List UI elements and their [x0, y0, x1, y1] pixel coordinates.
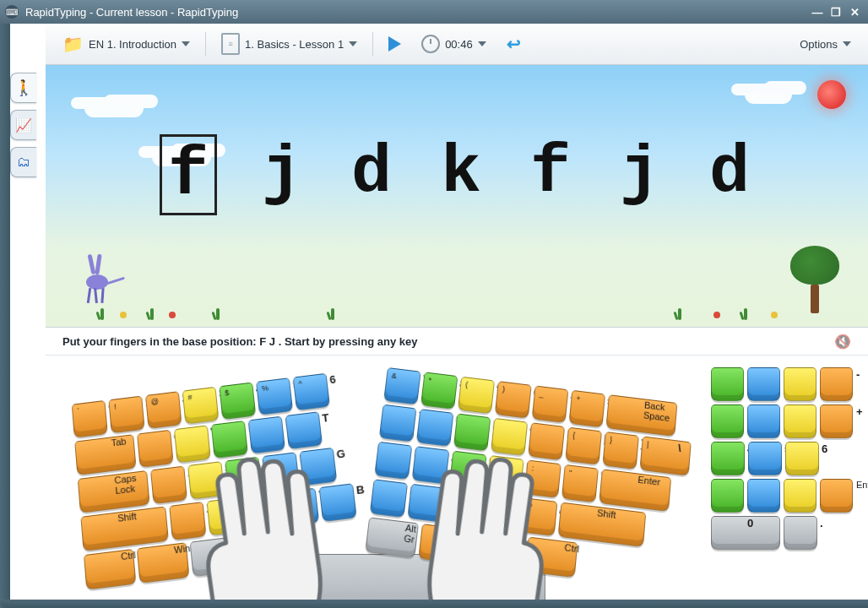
lesson-char: j: [616, 134, 665, 210]
key-n[interactable]: N: [370, 479, 408, 518]
minimize-button[interactable]: —: [809, 6, 826, 19]
options-menu[interactable]: Options: [795, 35, 856, 54]
key-f[interactable]: F: [262, 452, 300, 491]
sidetab-lesson[interactable]: 🚶: [10, 73, 36, 103]
key-r[interactable]: R: [248, 416, 285, 454]
key--7[interactable]: &7: [383, 367, 421, 405]
key-shift[interactable]: Shift: [558, 502, 647, 547]
key-c[interactable]: C: [244, 492, 282, 531]
speaker-off-icon: 🔇: [834, 334, 851, 349]
key-z[interactable]: Z: [169, 502, 206, 540]
key-9[interactable]: 9: [784, 404, 816, 438]
key-num-lock[interactable]: Num Lock: [711, 367, 744, 401]
key-o[interactable]: O: [491, 418, 528, 456]
key--[interactable]: :;: [524, 459, 561, 498]
key--[interactable]: *: [784, 367, 816, 401]
key--[interactable]: ?/: [520, 497, 558, 536]
key--[interactable]: -: [820, 367, 853, 401]
key--0[interactable]: )0: [495, 381, 532, 419]
key-w[interactable]: W: [174, 425, 211, 463]
key-m[interactable]: M: [407, 484, 445, 523]
lesson-label: 1. Basics - Lesson 1: [245, 38, 344, 51]
key-0[interactable]: 0: [711, 516, 780, 550]
key-l[interactable]: L: [486, 455, 524, 494]
key-a[interactable]: A: [150, 466, 187, 505]
key-v[interactable]: V: [281, 488, 319, 527]
sidetab-library[interactable]: 🗂: [10, 147, 36, 177]
key-enter[interactable]: Enter: [599, 469, 671, 512]
key-6[interactable]: 6: [785, 442, 819, 475]
maximize-button[interactable]: ❐: [827, 6, 844, 19]
key-j[interactable]: J: [412, 446, 450, 484]
key-shift[interactable]: Shift: [80, 507, 169, 552]
key-s[interactable]: S: [187, 461, 225, 500]
key-y[interactable]: Y: [379, 404, 417, 442]
key-p[interactable]: P: [528, 422, 565, 460]
person-icon: 🚶: [14, 79, 33, 97]
key--5[interactable]: %5: [256, 377, 293, 415]
key--[interactable]: .: [784, 516, 817, 550]
key--1[interactable]: !1: [108, 396, 144, 434]
key--[interactable]: "': [561, 464, 599, 503]
key--[interactable]: {[: [565, 427, 602, 465]
play-button[interactable]: [383, 33, 406, 55]
key--6[interactable]: ^6: [293, 373, 330, 411]
key-e[interactable]: E: [211, 421, 248, 459]
sound-toggle[interactable]: 🔇: [834, 334, 851, 350]
key--3[interactable]: #3: [182, 387, 220, 425]
key-caps-lock[interactable]: Caps Lock: [78, 470, 150, 513]
key--2[interactable]: @2: [145, 391, 182, 429]
key-g[interactable]: G: [300, 448, 338, 486]
key-win[interactable]: Win: [137, 542, 190, 584]
instruction-text: Put your fingers in the base position: F…: [62, 335, 417, 348]
folder-icon: 📁: [62, 34, 84, 54]
content-area: 📁 EN 1. Introduction ≡ 1. Basics - Lesso…: [10, 24, 868, 600]
caret-down-icon: [478, 41, 486, 46]
key-i[interactable]: I: [453, 413, 491, 451]
key-7[interactable]: 7: [711, 404, 744, 438]
key-ctrl[interactable]: Ctrl: [84, 549, 136, 590]
key-ctrl[interactable]: Ctrl: [525, 536, 578, 578]
key-back-space[interactable]: Back Space: [605, 394, 677, 437]
key-k[interactable]: K: [449, 451, 487, 489]
key--[interactable]: |\: [639, 436, 691, 475]
key--[interactable]: <,: [445, 488, 483, 527]
key-5[interactable]: 5: [748, 442, 782, 475]
lesson-selector[interactable]: ≡ 1. Basics - Lesson 1: [216, 30, 362, 58]
key-h[interactable]: H: [374, 442, 412, 480]
lesson-text: fjdkfjd: [46, 134, 868, 215]
course-selector[interactable]: 📁 EN 1. Introduction: [57, 30, 195, 57]
key--8[interactable]: *8: [420, 372, 458, 410]
key--[interactable]: }]: [602, 432, 639, 470]
key--[interactable]: >.: [482, 493, 520, 532]
key-t[interactable]: T: [285, 411, 323, 449]
key-2[interactable]: 2: [747, 479, 780, 513]
key-tab[interactable]: Tab: [74, 434, 136, 475]
key-b[interactable]: B: [319, 483, 357, 522]
key--[interactable]: _-: [532, 385, 569, 423]
key--4[interactable]: $4: [219, 383, 256, 421]
key-8[interactable]: 8: [747, 404, 780, 438]
close-button[interactable]: ✕: [846, 6, 863, 19]
keyboard-left: `~!1@2#3$4%5^6TabQWERTCaps LockASDFGShif…: [72, 367, 401, 600]
key--[interactable]: +: [820, 404, 853, 438]
key-alt[interactable]: Alt: [190, 536, 243, 578]
key-x[interactable]: X: [207, 497, 245, 536]
key-win[interactable]: Win: [418, 524, 472, 565]
key--[interactable]: +=: [569, 390, 606, 428]
back-button[interactable]: ↩: [502, 30, 526, 57]
key--[interactable]: `~: [72, 400, 108, 438]
key-d[interactable]: D: [225, 457, 262, 496]
key-enter[interactable]: Enter: [820, 479, 853, 513]
key-u[interactable]: U: [416, 409, 454, 447]
key-1[interactable]: 1: [711, 479, 744, 513]
key-q[interactable]: Q: [137, 430, 174, 468]
key-menu[interactable]: Menu: [471, 530, 524, 572]
key-4[interactable]: 4: [711, 442, 745, 475]
key-alt-gr[interactable]: Alt Gr: [365, 517, 419, 558]
key--9[interactable]: (9: [458, 377, 495, 415]
key--[interactable]: /: [747, 367, 780, 401]
key-3[interactable]: 3: [784, 479, 816, 513]
timer-selector[interactable]: 00:46: [416, 31, 491, 57]
sidetab-stats[interactable]: 📈: [10, 110, 36, 140]
